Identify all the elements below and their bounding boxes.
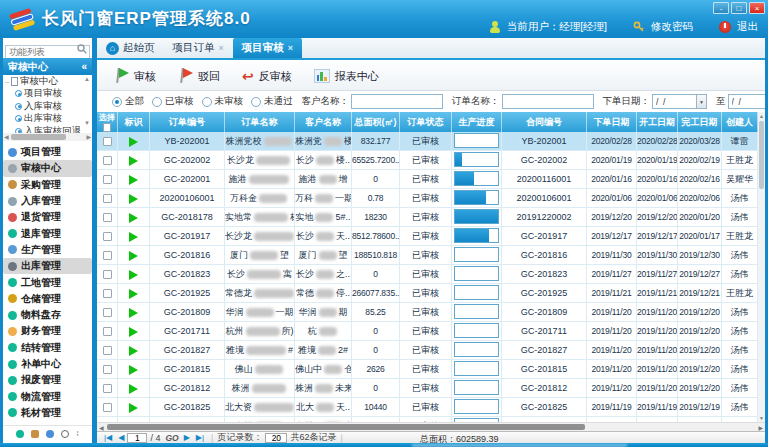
toolbar-button-审核[interactable]: 审核 [103, 63, 167, 89]
row-flag-cell [118, 170, 150, 189]
sidebar-item-报废管理[interactable]: 报废管理 [3, 372, 92, 388]
tab-项目审核[interactable]: 项目审核× [233, 38, 302, 58]
scroll-right-icon[interactable]: ▶ [758, 424, 763, 431]
row-checkbox[interactable] [103, 346, 112, 355]
window-controls: - □ × [713, 2, 765, 14]
sidebar-item-结转管理[interactable]: 结转管理 [3, 340, 92, 356]
prev-page-button[interactable]: ◀ [118, 433, 124, 442]
table-row: GC-201815佛山佛山中仓库2626已审核GC-2018152019/11/… [97, 360, 765, 379]
sidebar-item-工地管理[interactable]: 工地管理 [3, 274, 92, 290]
row-checkbox[interactable] [103, 384, 112, 393]
sidebar-item-补单中心[interactable]: 补单中心 [3, 356, 92, 372]
row-checkbox[interactable] [103, 194, 112, 203]
row-checkbox[interactable] [103, 137, 112, 146]
customer-name-cell: 株洲党楼.. [295, 132, 352, 151]
last-page-button[interactable]: ▶| [196, 433, 204, 442]
tree-scrollbar-thumb[interactable] [11, 134, 66, 140]
sidebar-footer-icons: ⁞ [3, 425, 92, 441]
calendar-dropdown-icon[interactable]: ▼ [696, 94, 707, 109]
tab-项目订单[interactable]: 项目订单× [164, 38, 233, 58]
sidebar-item-审核中心[interactable]: 审核中心 [3, 160, 92, 176]
go-button[interactable]: GO [165, 433, 178, 443]
tree-item-项目审核[interactable]: 项目审核 [3, 88, 92, 101]
toolbar-button-驳回[interactable]: 驳回 [167, 63, 231, 89]
sidebar-item-退库管理[interactable]: 退库管理 [3, 225, 92, 241]
radio-未审核[interactable] [202, 97, 212, 107]
tab-起始页[interactable]: ⌂起始页 [97, 38, 164, 58]
row-checkbox[interactable] [103, 156, 112, 165]
scroll-up-icon[interactable]: ▲ [758, 113, 765, 119]
vertical-scrollbar-thumb[interactable] [759, 121, 764, 189]
first-page-button[interactable]: |◀ [104, 433, 112, 442]
table-horizontal-scrollbar[interactable]: ◀ ▶ [97, 422, 765, 431]
table-vertical-scrollbar[interactable]: ▲ ▼ [758, 112, 765, 422]
sidebar-item-财务管理[interactable]: 财务管理 [3, 323, 92, 339]
sidebar-item-退货管理[interactable]: 退货管理 [3, 209, 92, 225]
tree-expander-icon[interactable]: – [3, 77, 11, 86]
close-button[interactable]: × [749, 2, 765, 14]
radio-已审核[interactable] [152, 97, 162, 107]
tree-scroll-up-icon[interactable]: ▲ [83, 76, 91, 82]
customer-name-cell: 北大天.. [295, 398, 352, 417]
green-flag-icon [129, 232, 138, 242]
row-checkbox[interactable] [103, 327, 112, 336]
footer-dot-icon[interactable] [16, 430, 24, 438]
tree-item-出库审核[interactable]: 出库审核 [3, 113, 92, 126]
minimize-button[interactable]: - [713, 2, 729, 14]
footer-pen-icon[interactable] [46, 430, 54, 438]
sidebar-item-物流管理[interactable]: 物流管理 [3, 388, 92, 404]
tab-close-icon[interactable]: × [219, 43, 224, 53]
sidebar-item-采购管理[interactable]: 采购管理 [3, 177, 92, 193]
row-checkbox[interactable] [103, 251, 112, 260]
sidebar-item-物料盘存[interactable]: 物料盘存 [3, 307, 92, 323]
sidebar-item-仓储管理[interactable]: 仓储管理 [3, 291, 92, 307]
radio-全部[interactable] [112, 97, 122, 107]
maximize-button[interactable]: □ [731, 2, 747, 14]
tree-scroll-down-icon[interactable]: ▼ [83, 120, 91, 126]
row-checkbox[interactable] [103, 289, 112, 298]
page-size-input[interactable] [265, 433, 287, 443]
row-select-cell [97, 284, 118, 303]
finish-date-cell: 2019/12/20 [678, 341, 722, 360]
tree-scroll-right-icon[interactable]: ▶ [86, 133, 91, 140]
tree-vertical-scrollbar[interactable]: ▲ ▼ [83, 76, 91, 126]
next-page-button[interactable]: ▶ [184, 433, 190, 442]
sidebar-item-出库管理[interactable]: 出库管理 [3, 258, 92, 274]
row-checkbox[interactable] [103, 270, 112, 279]
sidebar-item-耗材管理[interactable]: 耗材管理 [3, 405, 92, 421]
production-icon [8, 245, 17, 254]
collapse-icon[interactable]: « [81, 58, 87, 75]
row-checkbox[interactable] [103, 213, 112, 222]
tree-horizontal-scrollbar[interactable]: ◀ ▶ [3, 133, 92, 141]
row-checkbox[interactable] [103, 232, 112, 241]
sidebar-item-生产管理[interactable]: 生产管理 [3, 242, 92, 258]
order-name-cell: 雅境# [225, 341, 295, 360]
horizontal-scrollbar-thumb[interactable] [107, 424, 585, 430]
page-number-input[interactable] [127, 433, 147, 443]
order-date-to-input[interactable] [728, 94, 766, 109]
footer-more-icon[interactable]: ⁞ [76, 430, 78, 438]
radio-未通过[interactable] [251, 97, 261, 107]
customer-name-input[interactable] [351, 94, 443, 109]
change-password-link[interactable]: 修改密码 [651, 20, 693, 34]
order-date-from-input[interactable] [652, 94, 696, 109]
tab-close-icon[interactable]: × [288, 43, 293, 53]
scroll-down-icon[interactable]: ▼ [758, 415, 765, 421]
row-checkbox[interactable] [103, 175, 112, 184]
select-all-checkbox[interactable] [103, 123, 111, 132]
row-checkbox[interactable] [103, 308, 112, 317]
tree-root-audit-center[interactable]: – 审核中心 [3, 75, 92, 88]
order-name-input[interactable] [502, 94, 594, 109]
row-checkbox[interactable] [103, 403, 112, 412]
sidebar-item-入库管理[interactable]: 入库管理 [3, 193, 92, 209]
sidebar-item-项目管理[interactable]: 项目管理 [3, 144, 92, 160]
tree-item-入库审核[interactable]: 入库审核 [3, 100, 92, 113]
logout-link[interactable]: 退出 [737, 20, 758, 34]
toolbar-button-报表中心[interactable]: 报表中心 [303, 63, 390, 89]
footer-cart-icon[interactable] [31, 430, 39, 438]
toolbar-button-反审核[interactable]: ↩反审核 [231, 63, 303, 89]
scroll-left-icon[interactable]: ◀ [99, 424, 104, 431]
tree-scroll-left-icon[interactable]: ◀ [4, 133, 9, 140]
row-checkbox[interactable] [103, 365, 112, 374]
footer-clock-icon[interactable] [61, 430, 69, 438]
